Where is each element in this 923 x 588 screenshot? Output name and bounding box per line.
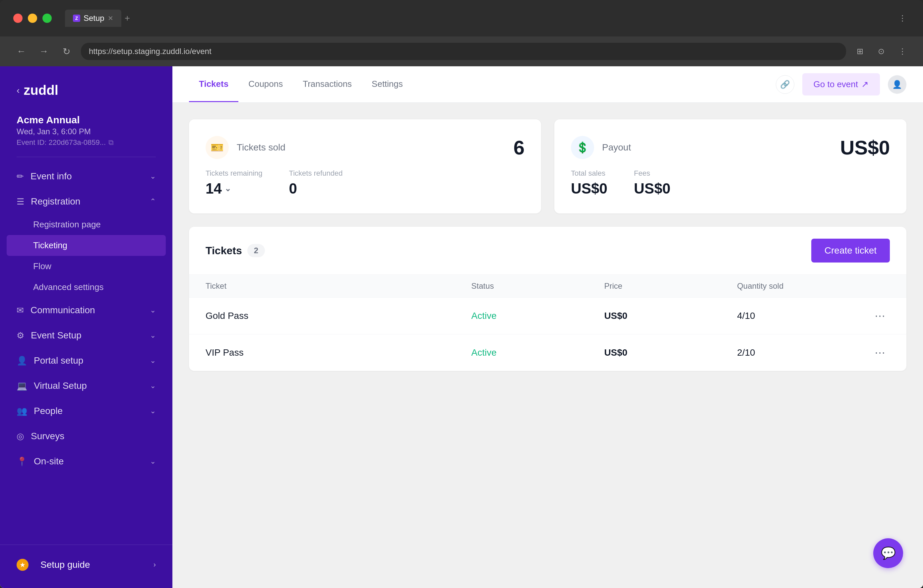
remaining-chevron-icon[interactable]: ⌄ [225,184,231,193]
sidebar-item-surveys[interactable]: ◎ Surveys [0,424,172,449]
reload-button[interactable]: ↻ [58,43,74,59]
sidebar-item-onsite[interactable]: 📍 On-site ⌄ [0,449,172,474]
sidebar: ‹ zuddl Acme Annual Wed, Jan 3, 6:00 PM … [0,66,172,588]
col-header-status: Status [471,281,604,291]
refunded-value: 0 [289,180,343,197]
nav-label-virtual-setup: Virtual Setup [34,381,87,391]
remaining-value: 14 ⌄ [205,180,263,197]
sidebar-item-event-setup[interactable]: ⚙ Event Setup ⌄ [0,323,172,348]
tab-close-button[interactable]: ✕ [108,14,113,22]
minimize-window-button[interactable] [28,13,37,23]
forward-button[interactable]: → [36,43,52,59]
row-action-menu-vip[interactable]: ⋯ [870,347,890,359]
row-action-menu-gold[interactable]: ⋯ [870,310,890,322]
content-area: 🎫 Tickets sold 6 Tickets remaining 14 ⌄ [172,103,923,588]
tab-transactions[interactable]: Transactions [293,67,362,102]
avatar-icon: 👤 [892,80,902,89]
back-arrow-icon: ‹ [16,85,20,96]
row-qty-gold: 4/10 [737,310,870,321]
tickets-sold-card: 🎫 Tickets sold 6 Tickets remaining 14 ⌄ [189,119,541,214]
nav-label-people: People [34,406,62,416]
top-bar: Tickets Coupons Transactions Settings 🔗 … [172,66,923,103]
go-to-event-button[interactable]: Go to event ↗ [802,73,880,95]
col-header-price: Price [604,281,737,291]
maximize-window-button[interactable] [43,13,52,23]
registration-sub-menu: Registration page Ticketing Flow Advance… [0,214,172,298]
row-price-gold: US$0 [604,310,737,321]
tickets-title-text: Tickets [205,245,242,257]
remaining-label: Tickets remaining [205,169,263,177]
registration-icon: ☰ [16,197,24,207]
fees-value: US$0 [634,180,670,197]
browser-tab-active[interactable]: Z Setup ✕ [65,10,122,27]
sidebar-item-people[interactable]: 👥 People ⌄ [0,398,172,424]
col-header-qty: Quantity sold [737,281,870,291]
payout-title: Payout [602,142,631,153]
sidebar-item-registration[interactable]: ☰ Registration ⌃ [0,189,172,214]
chat-fab-button[interactable]: 💬 [873,538,903,568]
tabs-nav: Tickets Coupons Transactions Settings [189,67,413,102]
sidebar-logo-area: ‹ zuddl [0,66,172,108]
chevron-down-icon: ⌄ [150,457,156,466]
copy-event-id-button[interactable]: ⧉ [108,138,114,147]
chevron-down-icon: ⌄ [150,407,156,415]
new-tab-button[interactable]: + [125,13,130,23]
tab-tickets[interactable]: Tickets [189,67,238,102]
people-icon: 👥 [16,406,27,416]
chevron-down-icon: ⌄ [150,331,156,340]
sidebar-item-flow[interactable]: Flow [0,256,172,277]
url-text: https://setup.staging.zuddl.io/event [89,47,212,56]
sidebar-item-advanced-settings[interactable]: Advanced settings [0,277,172,298]
more-menu-button[interactable]: ⋮ [895,44,910,59]
tickets-refunded: Tickets refunded 0 [289,169,343,197]
chevron-right-icon: › [153,560,156,569]
refunded-label: Tickets refunded [289,169,343,177]
portal-setup-icon: 👤 [16,356,27,366]
sidebar-item-registration-page[interactable]: Registration page [0,214,172,235]
row-status-vip: Active [471,347,604,358]
back-button[interactable]: ← [13,43,29,59]
onsite-icon: 📍 [16,457,27,467]
link-icon: 🔗 [780,80,790,89]
tab-settings[interactable]: Settings [362,67,413,102]
sidebar-item-event-info[interactable]: ✏ Event info ⌄ [0,164,172,189]
user-avatar-button[interactable]: 👤 [888,75,907,94]
payout-value: US$0 [840,136,890,159]
tab-favicon: Z [73,15,80,22]
browser-menu-button[interactable]: ⋮ [895,11,910,26]
nav-label-surveys: Surveys [31,431,64,442]
url-bar[interactable]: https://setup.staging.zuddl.io/event [81,43,846,60]
bookmark-button[interactable]: ⊞ [853,44,867,59]
tab-coupons[interactable]: Coupons [238,67,293,102]
sidebar-item-communication[interactable]: ✉ Communication ⌄ [0,298,172,323]
nav-item-event-info-content: ✏ Event info [16,171,72,182]
sidebar-item-ticketing[interactable]: Ticketing [7,235,166,256]
nav-label-onsite: On-site [34,456,64,467]
payout-sub-row: Total sales US$0 Fees US$0 [571,169,890,197]
external-link-icon: ↗ [861,79,869,89]
total-sales-label: Total sales [571,169,608,177]
tickets-sub-row: Tickets remaining 14 ⌄ Tickets refunded … [205,169,524,197]
nav-label-communication: Communication [31,305,95,315]
row-status-gold: Active [471,310,604,321]
sidebar-item-portal-setup[interactable]: 👤 Portal setup ⌄ [0,348,172,373]
total-sales: Total sales US$0 [571,169,608,197]
chevron-up-icon: ⌃ [150,197,156,206]
table-row: Gold Pass Active US$0 4/10 ⋯ [189,298,907,334]
tickets-sold-header: 🎫 Tickets sold 6 [205,136,524,159]
tickets-sold-icon: 🎫 [205,136,229,159]
sidebar-item-virtual-setup[interactable]: 💻 Virtual Setup ⌄ [0,373,172,398]
tickets-remaining: Tickets remaining 14 ⌄ [205,169,263,197]
profile-button[interactable]: ⊙ [874,44,889,59]
create-ticket-button[interactable]: Create ticket [811,239,890,263]
copy-link-button[interactable]: 🔗 [776,75,794,94]
back-to-home-link[interactable]: ‹ zuddl [16,83,156,98]
close-window-button[interactable] [13,13,23,23]
traffic-lights [13,13,52,23]
tickets-table-header: Tickets 2 Create ticket [189,227,907,275]
nav-label-portal-setup: Portal setup [34,355,83,366]
chat-icon: 💬 [881,546,896,560]
chevron-down-icon: ⌄ [150,172,156,181]
nav-item-registration-content: ☰ Registration [16,196,80,207]
setup-guide-item[interactable]: ★ Setup guide › [0,552,172,578]
